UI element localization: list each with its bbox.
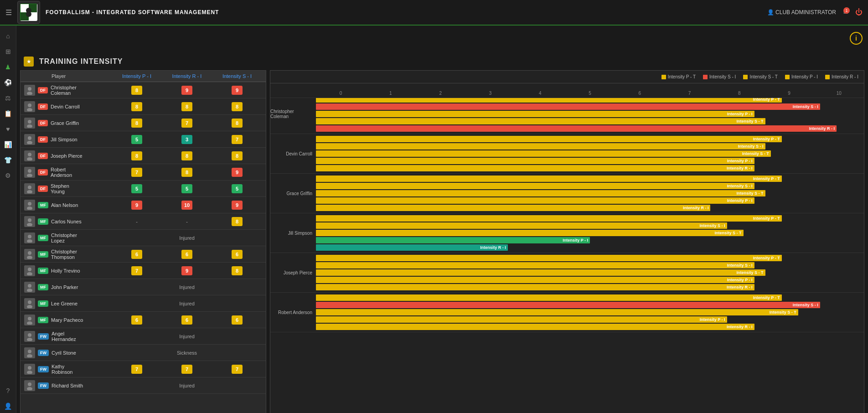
notification-icon[interactable]: ✉ 1	[843, 9, 848, 15]
chart-bars-area: Intensity P - TIntensity S - IIntensity …	[316, 174, 864, 213]
table-row[interactable]: MF Holly Trevino 7 9 8	[21, 263, 266, 279]
player-info: DF Devin Carroll	[24, 101, 83, 112]
intensity-badge: 7	[131, 168, 142, 177]
content-area: Player Intensity P - I Intensity R - I I…	[16, 70, 868, 413]
position-badge: DF	[38, 87, 48, 93]
chart-bar: Intensity P - T	[316, 176, 782, 182]
hamburger-icon[interactable]: ☰	[5, 8, 12, 17]
sidebar-item-home[interactable]: ⌂	[1, 29, 15, 43]
intensity-badge: 8	[232, 102, 243, 111]
star-badge: ★	[24, 57, 34, 67]
table-row[interactable]: DF Jill Simpson 5 3 7	[21, 131, 266, 148]
table-row[interactable]: DF Christopher Coleman 8 9 9	[21, 82, 266, 98]
legend-intensity-ri: Intensity R - I	[825, 74, 858, 79]
chart-bar-row: Intensity S - T	[316, 230, 864, 236]
table-row[interactable]: MF Lee Greene Injured	[21, 295, 266, 312]
sidebar-item-kit[interactable]: 👕	[1, 153, 15, 167]
player-info: MF Alan Nelson	[24, 200, 83, 211]
table-row[interactable]: FW Kathy Robinson 7 7 7	[21, 361, 266, 377]
sidebar-item-ball[interactable]: ⚽	[1, 76, 15, 89]
position-badge: DF	[38, 186, 48, 192]
left-sidebar: ⌂ ⊞ ♟ ⚽ ⚖ 📋 ♥ 📊 👕 ⚙ ? 👤	[0, 26, 16, 413]
app-title: FOOTBALLISM - INTEGRATED SOFTWARE MANAGE…	[46, 9, 219, 15]
sidebar-item-user[interactable]: 👤	[1, 399, 15, 413]
table-row[interactable]: DF Joseph Pierce 8 8 8	[21, 148, 266, 164]
chart-bars-area: Intensity P - TIntensity S - IIntensity …	[316, 253, 864, 292]
chart-bar-row: Intensity S - T	[316, 150, 864, 157]
table-row[interactable]: FW Angel Hernandez Injured	[21, 328, 266, 345]
player-name: Devin Carroll	[51, 104, 80, 109]
player-name: Holly Trevino	[51, 268, 80, 274]
chart-bar: Intensity S - T	[316, 190, 765, 196]
table-row[interactable]: MF John Parker Injured	[21, 279, 266, 295]
chart-scale: 012345678910	[270, 89, 864, 98]
table-row[interactable]: MF Christopher Lopez Injured	[21, 230, 266, 246]
chart-bar: Intensity S - I	[316, 302, 820, 308]
table-row[interactable]: DF Robert Anderson 7 8 9	[21, 164, 266, 181]
position-badge: MF	[38, 284, 48, 290]
player-avatar	[24, 200, 35, 211]
player-name: Richard Smith	[52, 383, 83, 388]
sidebar-item-tactics[interactable]: ♟	[1, 60, 15, 74]
chart-bar: Intensity S - T	[316, 150, 771, 157]
intensity-badge: 8	[181, 168, 192, 177]
intensity-badge: 8	[181, 102, 192, 111]
chart-bar-row: Intensity R - I	[316, 284, 864, 290]
player-name: Christopher Coleman	[51, 85, 83, 96]
power-icon[interactable]: ⏻	[855, 8, 863, 16]
table-row[interactable]: FW Cyril Stone Sickness	[21, 345, 266, 361]
chart-bars-area: Intensity P - TIntensity S - IIntensity …	[316, 134, 864, 173]
chart-legend: Intensity P - T Intensity S - I Intensit…	[661, 74, 858, 79]
player-name: Joseph Pierce	[51, 153, 83, 159]
chart-bar-row: Intensity S - I	[316, 143, 864, 150]
table-row[interactable]: DF Devin Carroll 8 8 8	[21, 98, 266, 115]
legend-intensity-pt: Intensity P - T	[661, 74, 696, 79]
chart-player-label: Robert Anderson	[270, 293, 316, 332]
sidebar-item-settings[interactable]: ⚙	[1, 169, 15, 182]
intensity-badge: 5	[232, 184, 243, 193]
table-row[interactable]: MF Carlos Nunes - - 8	[21, 213, 266, 230]
chart-bar-row: Intensity R - I	[316, 125, 864, 132]
sidebar-item-chart[interactable]: 📊	[1, 138, 15, 151]
scale-tick: 10	[814, 91, 864, 96]
col-header-player: Player	[24, 73, 83, 79]
sidebar-item-dashboard[interactable]: ⊞	[1, 45, 15, 58]
col-header-intensity-s: Intensity S - I	[212, 73, 262, 79]
intensity-badge: 6	[131, 250, 142, 259]
intensity-badge: 10	[181, 201, 192, 210]
svg-point-12	[28, 120, 31, 124]
chart-header: Intensity P - T Intensity S - I Intensit…	[270, 71, 864, 83]
chart-area: Intensity P - T Intensity S - I Intensit…	[270, 70, 864, 413]
sidebar-item-stats[interactable]: ⚖	[1, 91, 15, 105]
info-circle[interactable]: i	[850, 32, 863, 45]
chart-player-label: Christopher Coleman	[270, 94, 316, 134]
player-name: Angel Hernandez	[52, 331, 83, 342]
svg-point-54	[28, 350, 31, 353]
table-row[interactable]: DF Stephen Young 5 5 5	[21, 181, 266, 197]
intensity-badge: 6	[232, 315, 243, 325]
scale-tick: 6	[615, 91, 665, 96]
chart-player-label: Joseph Pierce	[270, 253, 316, 292]
player-avatar	[24, 232, 35, 243]
player-avatar	[24, 265, 35, 276]
sidebar-item-reports[interactable]: 📋	[1, 107, 15, 120]
status-text: Injured	[112, 383, 262, 388]
sidebar-item-health[interactable]: ♥	[1, 122, 15, 136]
chart-player-section: Devin CarrollIntensity P - TIntensity S …	[270, 134, 864, 174]
table-row[interactable]: MF Mary Pacheco 6 6 6	[21, 312, 266, 328]
top-bar-right: 👤 CLUB ADMINISTRATOR ✉ 1 ⏻	[767, 8, 863, 16]
table-row[interactable]: MF Christopher Thompson 6 6 6	[21, 246, 266, 263]
status-text: Injured	[112, 284, 262, 290]
table-row[interactable]: FW Richard Smith Injured	[21, 377, 266, 394]
table-row[interactable]: MF Alan Nelson 9 10 9	[21, 197, 266, 213]
svg-point-60	[28, 382, 31, 386]
table-row[interactable]: DF Grace Griffin 8 7 8	[21, 115, 266, 131]
intensity-badge: 9	[232, 168, 243, 177]
intensity-badge: 7	[181, 365, 192, 374]
scale-tick: 4	[515, 91, 565, 96]
chart-player-section: Robert AndersonIntensity P - TIntensity …	[270, 293, 864, 332]
player-avatar	[24, 380, 35, 391]
intensity-badge: 5	[181, 184, 192, 193]
sidebar-item-help[interactable]: ?	[1, 384, 15, 398]
player-info: DF Christopher Coleman	[24, 85, 83, 96]
